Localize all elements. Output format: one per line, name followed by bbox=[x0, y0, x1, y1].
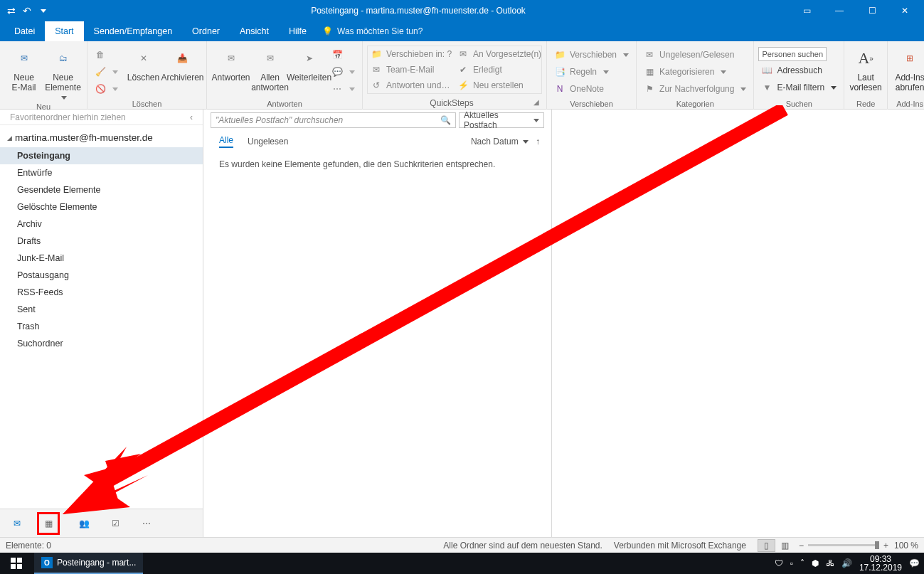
search-people-input[interactable]: Personen suchen bbox=[758, 47, 827, 61]
zoom-out-icon[interactable]: − bbox=[799, 541, 804, 551]
cleanup-button[interactable]: 🧹 bbox=[92, 64, 121, 80]
meeting-button[interactable]: 📅 bbox=[329, 47, 358, 63]
qat-customize-icon[interactable] bbox=[38, 7, 46, 15]
sort-by-button[interactable]: Nach Datum bbox=[471, 137, 529, 147]
folder-sent-de[interactable]: Gesendete Elemente bbox=[0, 181, 203, 198]
tray-network-icon[interactable]: 🖧 bbox=[826, 558, 834, 568]
reply-all-button[interactable]: ✉ Allen antworten bbox=[250, 46, 290, 92]
junk-button[interactable]: 🚫 bbox=[92, 81, 121, 97]
filter-email-button[interactable]: ▼E-Mail filtern bbox=[758, 80, 839, 95]
folder-outbox[interactable]: Postausgang bbox=[0, 267, 203, 284]
outlook-icon: O bbox=[41, 557, 53, 568]
filter-all[interactable]: Alle bbox=[219, 135, 233, 148]
nav-calendar-icon[interactable]: ▦ bbox=[41, 516, 55, 531]
search-scope-dropdown[interactable]: Aktuelles Postfach bbox=[459, 112, 544, 128]
onenote-icon: N bbox=[554, 83, 565, 95]
folder-trash[interactable]: Trash bbox=[0, 318, 203, 335]
tray-cube-icon[interactable]: ⬢ bbox=[812, 558, 819, 568]
close-button[interactable]: ✕ bbox=[888, 0, 921, 21]
svg-rect-2 bbox=[11, 564, 16, 569]
account-header[interactable]: martina.muster@fh-muenster.de bbox=[0, 125, 203, 147]
qat-undo-icon[interactable]: ↶ bbox=[23, 5, 31, 16]
taskbar-clock[interactable]: 09:33 17.12.2019 bbox=[859, 555, 902, 572]
tab-view[interactable]: Ansicht bbox=[230, 21, 279, 41]
folder-deleted[interactable]: Gelöschte Elemente bbox=[0, 198, 203, 216]
group-label-quicksteps: QuickSteps bbox=[370, 98, 533, 108]
move-button[interactable]: 📁Verschieben bbox=[551, 47, 632, 63]
tab-file[interactable]: Datei bbox=[4, 21, 45, 41]
filter-icon: ▼ bbox=[761, 82, 772, 93]
zoom-in-icon[interactable]: + bbox=[883, 541, 888, 551]
folder-drafts-en[interactable]: Drafts bbox=[0, 233, 203, 250]
ribbon-display-options-icon[interactable]: ▭ bbox=[790, 0, 823, 21]
followup-button[interactable]: ⚑Zur Nachverfolgung bbox=[641, 81, 749, 97]
tray-shield-icon[interactable]: 🛡 bbox=[775, 558, 783, 568]
tab-start[interactable]: Start bbox=[45, 21, 83, 41]
ignore-icon: 🗑 bbox=[95, 49, 106, 60]
folder-junk[interactable]: Junk-E-Mail bbox=[0, 250, 203, 267]
rules-button[interactable]: 📑Regeln bbox=[551, 64, 632, 80]
folder-rss[interactable]: RSS-Feeds bbox=[0, 284, 203, 301]
rules-icon: 📑 bbox=[554, 66, 565, 78]
tab-help[interactable]: Hilfe bbox=[279, 21, 317, 41]
clock-date: 17.12.2019 bbox=[859, 563, 902, 572]
get-addins-button[interactable]: ⊞ Add-Ins abrufen bbox=[892, 46, 924, 92]
folder-archive[interactable]: Archiv bbox=[0, 216, 203, 233]
reply-del-icon: ↺ bbox=[371, 80, 382, 91]
minimize-button[interactable]: — bbox=[823, 0, 856, 21]
archive-button[interactable]: 📥 Archivieren bbox=[163, 46, 202, 83]
view-reading-icon[interactable]: ▥ bbox=[781, 541, 789, 551]
tab-folder[interactable]: Ordner bbox=[182, 21, 230, 41]
addressbook-button[interactable]: 📖Adressbuch bbox=[758, 63, 839, 78]
qs-done[interactable]: ✔Erledigt bbox=[455, 62, 544, 78]
tray-app-icon[interactable]: ▫ bbox=[790, 558, 793, 568]
folder-sent-en[interactable]: Sent bbox=[0, 301, 203, 318]
qs-to-manager[interactable]: ✉An Vorgesetzte(n) bbox=[455, 46, 544, 62]
collapse-sidebar-icon[interactable]: ‹ bbox=[190, 112, 193, 122]
start-button[interactable] bbox=[0, 553, 33, 574]
tray-notifications-icon[interactable]: 💬 bbox=[909, 558, 920, 568]
forward-icon: ➤ bbox=[298, 47, 321, 70]
tell-me-search[interactable]: 💡 Was möchten Sie tun? bbox=[322, 26, 423, 36]
reply-label: Antworten bbox=[211, 73, 250, 83]
delete-icon: ✕ bbox=[132, 47, 155, 70]
folder-search[interactable]: Suchordner bbox=[0, 335, 203, 352]
im-button[interactable]: 💬 bbox=[329, 64, 358, 80]
search-input[interactable]: "Aktuelles Postfach" durchsuchen 🔍 bbox=[211, 112, 456, 128]
message-list-pane: "Aktuelles Postfach" durchsuchen 🔍 Aktue… bbox=[203, 110, 552, 537]
nav-people-icon[interactable]: 👥 bbox=[77, 516, 91, 531]
quicksteps-launcher-icon[interactable]: ◢ bbox=[533, 98, 539, 108]
onenote-button[interactable]: NOneNote bbox=[551, 81, 632, 97]
manager-icon: ✉ bbox=[457, 48, 469, 60]
zoom-slider[interactable] bbox=[808, 544, 879, 546]
qs-team-email[interactable]: ✉Team-E-Mail bbox=[368, 62, 455, 78]
reply-button[interactable]: ✉ Antworten bbox=[211, 46, 250, 83]
delete-button[interactable]: ✕ Löschen bbox=[124, 46, 163, 83]
tray-chevron-icon[interactable]: ˄ bbox=[800, 558, 804, 568]
categorize-button[interactable]: ▦Kategorisieren bbox=[641, 64, 749, 80]
maximize-button[interactable]: ☐ bbox=[856, 0, 888, 21]
new-email-button[interactable]: ✉ Neue E-Mail bbox=[4, 46, 43, 92]
forward-button[interactable]: ➤ Weiterleiten bbox=[290, 46, 329, 83]
delete-label: Löschen bbox=[127, 73, 159, 83]
folder-inbox[interactable]: Posteingang bbox=[0, 147, 203, 164]
new-items-button[interactable]: 🗂 Neue Elemente bbox=[43, 46, 83, 102]
folder-drafts-de[interactable]: Entwürfe bbox=[0, 164, 203, 181]
tab-send-receive[interactable]: Senden/Empfangen bbox=[84, 21, 183, 41]
nav-tasks-icon[interactable]: ☑ bbox=[108, 516, 122, 531]
qat-send-receive-icon[interactable]: ⇄ bbox=[7, 5, 16, 16]
tray-volume-icon[interactable]: 🔊 bbox=[841, 558, 852, 568]
qs-move-to[interactable]: 📁Verschieben in: ? bbox=[368, 46, 455, 62]
ignore-button[interactable]: 🗑 bbox=[92, 47, 121, 63]
view-normal-icon[interactable]: ▯ bbox=[758, 539, 775, 552]
nav-mail-icon[interactable]: ✉ bbox=[10, 516, 24, 531]
taskbar-app-outlook[interactable]: O Posteingang - mart... bbox=[34, 553, 143, 574]
read-aloud-button[interactable]: A» Laut vorlesen bbox=[849, 46, 883, 92]
sort-direction-icon[interactable]: ↑ bbox=[536, 137, 540, 147]
nav-more-icon[interactable]: ⋯ bbox=[139, 516, 154, 531]
unread-read-button[interactable]: ✉Ungelesen/Gelesen bbox=[641, 47, 749, 63]
qs-reply-delete[interactable]: ↺Antworten und… bbox=[368, 78, 455, 93]
more-respond-button[interactable]: ⋯ bbox=[329, 81, 358, 97]
filter-unread[interactable]: Ungelesen bbox=[248, 137, 288, 147]
qs-create-new[interactable]: ⚡Neu erstellen bbox=[455, 78, 544, 93]
